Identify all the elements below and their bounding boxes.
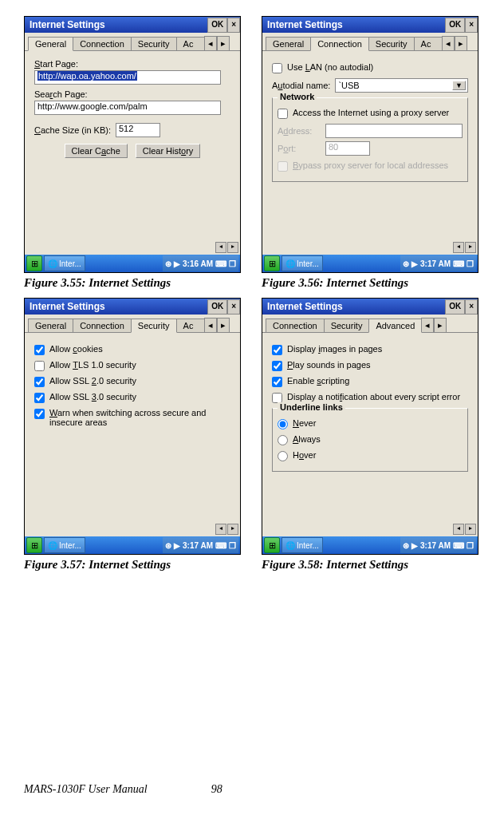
system-tray: ⊛ ▶ 3:17 AM ⌨ ❐ (163, 537, 238, 553)
ok-button[interactable]: OK (445, 18, 465, 33)
figure-caption: Figure 3.56: Internet Settings (262, 276, 480, 290)
tab-advanced-frag[interactable]: Ac (176, 318, 205, 332)
autodial-dropdown[interactable]: `USB ▼ (335, 78, 468, 93)
start-button[interactable]: ⊞ (26, 255, 42, 271)
close-button[interactable]: × (227, 299, 240, 315)
tab-security[interactable]: Security (131, 318, 177, 333)
tab-scroll-right[interactable]: ▸ (217, 36, 230, 50)
windows-flag-icon: ⊞ (31, 259, 38, 268)
close-button[interactable]: × (465, 18, 478, 33)
tray-arrow-icon[interactable]: ▶ (411, 541, 418, 550)
start-page-label: Start Page: (34, 59, 230, 69)
use-lan-checkbox[interactable] (272, 63, 282, 73)
task-button-internet[interactable]: 🌐Inter... (282, 537, 323, 553)
tray-network-icon[interactable]: ⊛ (403, 259, 409, 268)
tab-connection[interactable]: Connection (73, 318, 132, 332)
clear-cache-button[interactable]: Clear Cache (65, 144, 128, 158)
display-images-checkbox[interactable] (272, 345, 282, 355)
task-button-internet[interactable]: 🌐Inter... (282, 255, 323, 271)
tab-scroll-left[interactable]: ◂ (204, 318, 217, 332)
tab-connection[interactable]: Connection (266, 318, 325, 332)
tray-desktop-icon[interactable]: ❐ (467, 541, 474, 550)
proxy-address-input[interactable] (325, 124, 463, 138)
tab-scroll-left[interactable]: ◂ (204, 36, 217, 50)
tab-security[interactable]: Security (131, 37, 177, 50)
tab-security[interactable]: Security (324, 318, 370, 332)
tab-connection[interactable]: Connection (310, 37, 369, 51)
tray-input-icon[interactable]: ⌨ (453, 259, 464, 268)
tab-scroll-right[interactable]: ▸ (434, 318, 447, 332)
tab-scroll-left[interactable]: ◂ (442, 36, 455, 50)
tab-scroll-left[interactable]: ◂ (421, 318, 434, 332)
cache-size-input[interactable]: 512 (116, 123, 160, 137)
tab-general[interactable]: General (266, 37, 311, 50)
tray-input-icon[interactable]: ⌨ (215, 259, 226, 268)
task-button-internet[interactable]: 🌐Inter... (44, 537, 85, 553)
enable-scripting-checkbox[interactable] (272, 377, 282, 387)
warn-secure-label: Warn when switching across secure and in… (49, 408, 230, 427)
proxy-port-input[interactable]: 80 (325, 141, 370, 156)
use-lan-label: Use LAN (no autodial) (287, 62, 373, 72)
cache-size-label: Cache Size (in KB): (34, 125, 111, 135)
network-legend: Network (278, 92, 317, 101)
tray-arrow-icon[interactable]: ▶ (411, 259, 418, 268)
internet-settings-window-security: Internet Settings OK × General Connectio… (24, 298, 241, 555)
warn-secure-checkbox[interactable] (34, 409, 45, 419)
ok-button[interactable]: OK (207, 299, 227, 315)
tray-desktop-icon[interactable]: ❐ (229, 541, 236, 550)
scroll-left-icon[interactable]: ◂ (453, 242, 464, 253)
tab-security[interactable]: Security (368, 37, 415, 50)
tray-network-icon[interactable]: ⊛ (165, 259, 171, 268)
internet-settings-window-advanced: Internet Settings OK × Connection Securi… (262, 298, 478, 555)
tab-connection[interactable]: Connection (73, 37, 132, 50)
tray-arrow-icon[interactable]: ▶ (174, 541, 180, 550)
start-button[interactable]: ⊞ (264, 537, 280, 553)
clear-history-button[interactable]: Clear History (136, 144, 201, 158)
scroll-right-icon[interactable]: ▸ (227, 242, 238, 253)
scroll-right-icon[interactable]: ▸ (465, 242, 476, 253)
tab-advanced[interactable]: Advanced (368, 318, 422, 333)
tab-scroll-right[interactable]: ▸ (455, 36, 467, 50)
tray-network-icon[interactable]: ⊛ (165, 541, 171, 550)
task-button-internet[interactable]: 🌐Inter... (44, 255, 85, 271)
tab-general[interactable]: General (28, 318, 73, 332)
tray-desktop-icon[interactable]: ❐ (467, 259, 474, 268)
scroll-left-icon[interactable]: ◂ (215, 524, 226, 535)
underline-always-radio[interactable] (278, 435, 288, 445)
allow-ssl2-label: Allow SSL 2.0 security (49, 376, 136, 386)
start-page-input[interactable]: http://wap.oa.yahoo.com/ (34, 70, 221, 85)
tray-arrow-icon[interactable]: ▶ (174, 259, 180, 268)
allow-ssl3-checkbox[interactable] (34, 393, 45, 403)
bypass-proxy-label: Bypass proxy server for local addresses (293, 160, 448, 170)
ok-button[interactable]: OK (445, 299, 465, 315)
scroll-left-icon[interactable]: ◂ (453, 524, 464, 535)
underline-never-radio[interactable] (278, 419, 288, 429)
tab-general[interactable]: General (28, 37, 73, 51)
start-button[interactable]: ⊞ (26, 537, 42, 553)
start-button[interactable]: ⊞ (264, 255, 280, 271)
close-button[interactable]: × (227, 18, 240, 33)
figure-caption: Figure 3.58: Internet Settings (262, 558, 480, 572)
allow-tls-checkbox[interactable] (34, 361, 45, 371)
tray-input-icon[interactable]: ⌨ (453, 541, 464, 550)
ok-button[interactable]: OK (207, 18, 227, 33)
tab-advanced-frag[interactable]: Ac (414, 37, 443, 50)
play-sounds-checkbox[interactable] (272, 361, 282, 371)
underline-links-legend: Underline links (278, 402, 345, 412)
underline-hover-radio[interactable] (278, 451, 288, 461)
scroll-right-icon[interactable]: ▸ (227, 524, 238, 535)
allow-cookies-checkbox[interactable] (34, 345, 45, 355)
tray-input-icon[interactable]: ⌨ (215, 541, 226, 550)
globe-icon: 🌐 (48, 541, 57, 550)
tray-clock: 3:17 AM (420, 259, 451, 268)
tray-desktop-icon[interactable]: ❐ (229, 259, 236, 268)
scroll-left-icon[interactable]: ◂ (215, 242, 226, 253)
close-button[interactable]: × (465, 299, 478, 315)
tray-network-icon[interactable]: ⊛ (403, 541, 409, 550)
tab-scroll-right[interactable]: ▸ (217, 318, 230, 332)
use-proxy-checkbox[interactable] (278, 109, 288, 119)
tab-advanced-frag[interactable]: Ac (176, 37, 205, 50)
search-page-input[interactable]: http://www.google.com/palm (34, 101, 221, 115)
allow-ssl2-checkbox[interactable] (34, 377, 45, 387)
scroll-right-icon[interactable]: ▸ (465, 524, 476, 535)
